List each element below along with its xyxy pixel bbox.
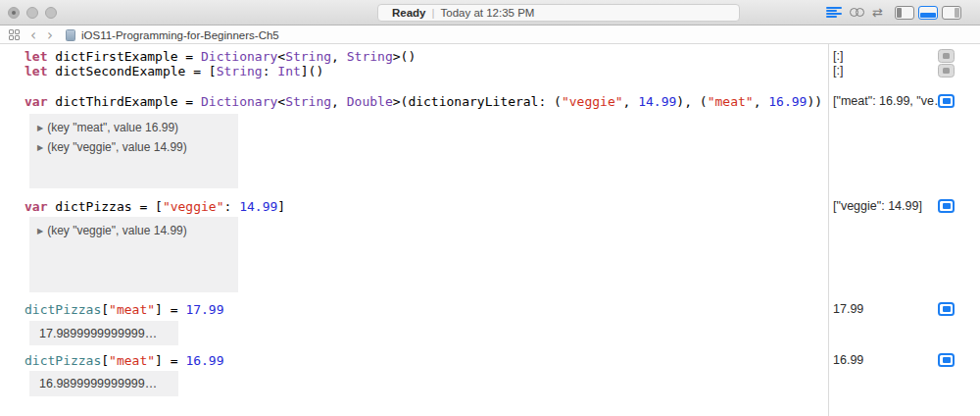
code-token: ,: [331, 49, 347, 64]
show-result-button[interactable]: [938, 49, 955, 63]
show-result-icon: [943, 357, 951, 363]
standard-editor-button[interactable]: [826, 6, 842, 19]
code-token: "meat": [109, 302, 155, 317]
code-token: [: [101, 353, 109, 368]
code-token: Int: [277, 64, 300, 78]
code-token: dictThirdExample =: [55, 94, 201, 109]
show-result-button[interactable]: [938, 64, 955, 78]
forward-chevron-icon[interactable]: ›: [47, 28, 53, 42]
inline-result-box[interactable]: ▶(key "veggie", value 14.99): [29, 217, 238, 292]
code-token: ] =: [155, 353, 185, 368]
show-result-button[interactable]: [938, 94, 955, 108]
inline-result-row: 17.9899999999999…: [29, 321, 178, 345]
result-value: 16.99: [833, 353, 863, 367]
editor-mode-buttons: ⇄: [826, 6, 883, 19]
related-items-icon[interactable]: [9, 29, 20, 40]
code-token: 16.99: [768, 94, 807, 109]
code-token: [: [101, 302, 109, 317]
code-line[interactable]: let dictFirstExample = Dictionary<String…: [24, 49, 416, 64]
code-token: "meat": [109, 353, 155, 368]
code-token: ,: [754, 94, 769, 109]
code-token: ] =: [155, 302, 185, 317]
code-token: Dictionary: [201, 49, 277, 64]
code-token: "veggie": [562, 94, 623, 109]
code-token: ,: [331, 94, 347, 109]
code-token: "meat": [708, 94, 754, 109]
results-sidebar-divider: [828, 44, 829, 416]
code-token: ](): [301, 64, 323, 78]
code-token: dictSecondExample = [: [55, 64, 216, 78]
code-token: 16.99: [185, 353, 223, 368]
disclosure-triangle-icon[interactable]: ▶: [37, 143, 43, 152]
code-token: let: [24, 64, 55, 78]
code-token: )): [807, 94, 822, 109]
code-token: "veggie": [163, 199, 224, 214]
playground-file-icon: [66, 29, 75, 41]
activity-viewer: Ready|Today at 12:35 PM: [377, 4, 740, 22]
show-result-button[interactable]: [938, 353, 955, 367]
inline-result-row: 16.9899999999999…: [29, 371, 178, 395]
code-token: String: [285, 94, 331, 109]
inline-result-text: 17.9899999999999…: [39, 327, 157, 340]
result-value: [:]: [833, 64, 843, 78]
titlebar: Ready|Today at 12:35 PM ⇄: [0, 0, 980, 26]
workspace-panel-buttons: [895, 6, 961, 20]
show-result-button[interactable]: [938, 199, 955, 213]
inline-result-row: ▶(key "veggie", value 14.99): [29, 221, 238, 240]
assistant-editor-button[interactable]: [850, 8, 864, 17]
code-line[interactable]: var dictThirdExample = Dictionary<String…: [24, 94, 822, 109]
code-token: 14.99: [239, 199, 277, 214]
code-token: 14.99: [638, 94, 676, 109]
result-value: 17.99: [833, 302, 863, 316]
inline-result-box[interactable]: 17.9899999999999…: [29, 321, 178, 345]
code-line[interactable]: dictPizzas["meat"] = 16.99: [24, 353, 224, 368]
code-token: var: [24, 199, 55, 214]
utilities-panel-button[interactable]: [942, 6, 961, 20]
code-token: Dictionary: [201, 94, 277, 109]
debug-area-button[interactable]: [918, 6, 938, 20]
code-token: <: [277, 49, 285, 64]
show-result-icon: [943, 203, 951, 209]
version-editor-button[interactable]: ⇄: [872, 6, 883, 19]
code-token: String: [347, 49, 393, 64]
code-token: :: [263, 64, 278, 78]
close-window-button[interactable]: [8, 7, 20, 19]
code-token: dictPizzas: [24, 353, 101, 368]
inline-result-text: (key "veggie", value 14.99): [47, 140, 187, 154]
minimize-window-button[interactable]: [26, 7, 38, 19]
inline-result-row: ▶(key "meat", value 16.99): [29, 118, 238, 137]
breadcrumb-file-name[interactable]: iOS11-Programming-for-Beginners-Ch5: [81, 29, 279, 41]
disclosure-triangle-icon[interactable]: ▶: [37, 227, 43, 235]
code-token: 17.99: [185, 302, 223, 317]
inline-result-text: (key "veggie", value 14.99): [47, 224, 187, 237]
code-token: >(): [393, 49, 416, 64]
result-value: ["veggie": 14.99]: [833, 199, 922, 213]
show-result-icon: [943, 53, 950, 59]
code-line[interactable]: var dictPizzas = ["veggie": 14.99]: [24, 199, 285, 214]
code-token: String: [285, 49, 331, 64]
zoom-window-button[interactable]: [45, 7, 57, 19]
show-result-icon: [943, 306, 951, 312]
status-timestamp: Today at 12:35 PM: [441, 7, 535, 19]
show-result-button[interactable]: [938, 302, 955, 316]
inline-result-box[interactable]: 16.9899999999999…: [29, 371, 178, 396]
code-token: Double: [347, 94, 393, 109]
code-token: ,: [623, 94, 639, 109]
disclosure-triangle-icon[interactable]: ▶: [37, 124, 43, 132]
code-token: >(dictionaryLiteral: (: [393, 94, 562, 109]
code-token: ), (: [676, 94, 707, 109]
code-token: :: [224, 199, 240, 214]
inline-result-text: 16.9899999999999…: [39, 377, 157, 390]
code-token: ]: [277, 199, 285, 214]
code-token: <: [277, 94, 285, 109]
code-line[interactable]: let dictSecondExample = [String: Int](): [24, 64, 323, 78]
inline-result-box[interactable]: ▶(key "meat", value 16.99)▶(key "veggie"…: [29, 114, 238, 188]
navigator-panel-button[interactable]: [895, 6, 914, 20]
back-chevron-icon[interactable]: ‹: [30, 28, 36, 42]
show-result-icon: [943, 68, 950, 74]
status-separator: |: [432, 7, 435, 19]
code-token: dictPizzas = [: [55, 199, 163, 214]
code-token: let: [24, 49, 55, 64]
close-dot-icon: [12, 11, 16, 15]
code-line[interactable]: dictPizzas["meat"] = 17.99: [24, 302, 224, 317]
